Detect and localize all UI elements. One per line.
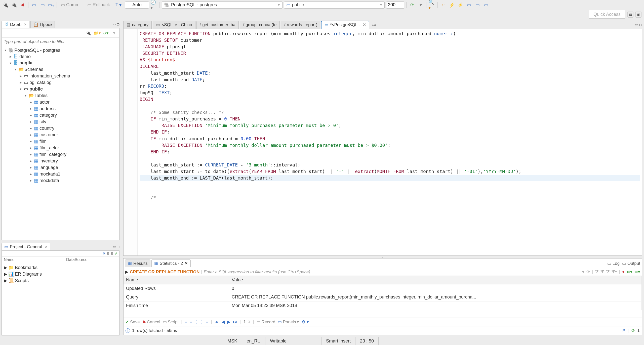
next-icon[interactable]: ▶	[227, 319, 230, 325]
tree-connection[interactable]: ▼🐘PostgreSQL - postgres	[2, 47, 119, 54]
tree-database[interactable]: ▼🗄pagila	[2, 60, 119, 66]
panel1-icon[interactable]: ▭	[465, 2, 472, 9]
expand-icon[interactable]: ⊞	[111, 252, 113, 255]
project-item[interactable]: ▶📜Scripts	[3, 277, 118, 284]
align-icon[interactable]: ≡	[190, 320, 192, 325]
result-row[interactable]: Updated Rows 0	[124, 284, 642, 293]
error-icon[interactable]: ●	[622, 269, 625, 275]
tx-mode-combo[interactable]: Auto	[125, 2, 149, 9]
tree-table[interactable]: ▶▦film	[2, 138, 119, 145]
panel2-icon[interactable]: ▭	[474, 2, 481, 9]
sql-editor-new-icon[interactable]: ▭	[39, 2, 46, 9]
refresh-icon[interactable]: ⟳	[409, 2, 416, 9]
tab-project[interactable]: 📋 Проек	[30, 21, 55, 28]
tab-postgres-sql[interactable]: ▭*<PostgreSQL - ✕	[321, 21, 369, 29]
commit-button[interactable]: ▭Commit	[59, 1, 84, 9]
tree-table[interactable]: ▶▦category	[2, 112, 119, 118]
connect-icon[interactable]: 🔌	[85, 29, 92, 36]
tree-table[interactable]: ▶▦country	[2, 125, 119, 132]
funnel-icon[interactable]: ⧩▾	[612, 269, 617, 275]
prev-icon[interactable]: ◀	[221, 319, 225, 325]
tree-table[interactable]: ▶▦city	[2, 118, 119, 125]
tab-database-navigator[interactable]: 🗄 Datab ✕	[2, 21, 29, 28]
tree-table[interactable]: ▶▦language	[2, 164, 119, 171]
bolt2-icon[interactable]: ⚡	[457, 2, 464, 9]
history-icon[interactable]: 🕘▾	[150, 2, 157, 9]
results-filter[interactable]: ▶ CREATE OR REPLACE FUNCTION | Enter a S…	[124, 268, 642, 276]
tree-table[interactable]: ▶▦mockdata	[2, 177, 119, 184]
first-icon[interactable]: ⏮	[215, 320, 219, 325]
tree-schema[interactable]: ▼▭public	[2, 86, 119, 92]
tab-group-concat[interactable]: fgroup_concat(te	[240, 21, 280, 29]
filter-expand-icon[interactable]: ▶	[125, 269, 128, 275]
project-item[interactable]: ▶📊ER Diagrams	[3, 271, 118, 277]
col-name[interactable]: Name	[124, 276, 229, 284]
chevron-down-icon[interactable]: ▾	[582, 269, 584, 275]
folder-icon[interactable]: 📁▾	[94, 29, 101, 36]
collapse-icon[interactable]: ⊟	[107, 252, 109, 255]
tree-table[interactable]: ▶▦film_category	[2, 151, 119, 158]
maximize-icon[interactable]: ▢	[117, 23, 119, 26]
tree-table[interactable]: ▶▦address	[2, 105, 119, 112]
apply-filter-icon[interactable]: ⟳	[586, 269, 590, 275]
export-icon[interactable]: ⤴	[243, 320, 246, 325]
row-limit-input[interactable]	[386, 2, 404, 9]
result-row[interactable]: Finish time Mon Mar 05 14:22:39 MSK 2018	[124, 301, 642, 310]
link-icon[interactable]: ⇄	[115, 252, 117, 255]
tabs-overflow[interactable]: »4	[372, 23, 376, 27]
align-icon[interactable]: ⋮⋮	[195, 319, 203, 325]
refresh-icon[interactable]: ⟳	[631, 328, 635, 333]
tab-project-general[interactable]: ▭ Project - General ✕	[2, 243, 50, 250]
equals-icon[interactable]: ⇄▾	[102, 29, 109, 36]
quick-access[interactable]: Quick Access	[589, 12, 625, 17]
bolt-icon[interactable]: ⚡	[448, 2, 455, 9]
find-icon[interactable]: 🔍▾	[428, 2, 435, 9]
tab-sqlite[interactable]: ▭<SQLite - Chino	[153, 21, 195, 29]
close-icon[interactable]: ✕	[45, 245, 48, 249]
project-item[interactable]: ▶📁Bookmarks	[3, 264, 118, 271]
nav-icon[interactable]: ↔	[440, 2, 447, 9]
tree-table[interactable]: ▶▦customer	[2, 132, 119, 138]
connect2-icon[interactable]: 🔌	[11, 2, 18, 9]
panel3-icon[interactable]: ▭	[482, 2, 490, 9]
last-icon[interactable]: ⏭	[233, 320, 237, 325]
connection-combo[interactable]: 🐘 PostgreSQL - postgres ▼	[162, 2, 283, 9]
log-button[interactable]: ▭ Log	[607, 261, 620, 266]
minimize-icon[interactable]: ▭	[113, 23, 116, 26]
close-icon[interactable]: ✕	[24, 23, 27, 26]
col-value[interactable]: Value	[229, 276, 642, 284]
result-row[interactable]: Query CREATE OR REPLACE FUNCTION public.…	[124, 293, 642, 301]
funnel-icon[interactable]: ⧩	[600, 269, 604, 275]
maximize-icon[interactable]: ▢	[117, 245, 119, 248]
tree-database[interactable]: ▶🗄demo	[2, 54, 119, 60]
output-button[interactable]: ▭ Output	[622, 261, 640, 266]
tab-rewards-report[interactable]: frewards_report(	[281, 21, 320, 29]
export-data-icon[interactable]: ⎘	[623, 328, 625, 333]
tab-statistics[interactable]: ▦Statistics - 2✕	[151, 260, 191, 267]
minimize-icon[interactable]: ▭	[635, 23, 638, 26]
editor-code[interactable]: CREATE OR REPLACE FUNCTION public.reward…	[138, 29, 642, 255]
connect-icon[interactable]: 🔌	[2, 2, 9, 9]
cancel-button[interactable]: ✖Cancel	[142, 319, 160, 325]
nav-back-icon[interactable]: ⇐▾	[627, 269, 632, 275]
tree-schemas[interactable]: ▼📂Schemas	[2, 66, 119, 73]
maximize-icon[interactable]: ▢	[639, 23, 642, 26]
tree-table[interactable]: ▶▦film_actor	[2, 145, 119, 151]
gear-icon[interactable]: ⚙ ▾	[302, 319, 309, 325]
import-icon[interactable]: ⤵	[248, 320, 250, 325]
tree-tables[interactable]: ▼📂Tables	[2, 92, 119, 99]
record-button[interactable]: ▭Record	[257, 319, 275, 325]
perspective2-icon[interactable]: ◧	[635, 12, 641, 18]
tab-get-customer[interactable]: fget_customer_ba	[196, 21, 239, 29]
tree-schema[interactable]: ▶▭pg_catalog	[2, 79, 119, 86]
align-icon[interactable]: ≡	[185, 320, 187, 325]
nav-fwd-icon[interactable]: ⇒▾	[634, 269, 640, 275]
view-menu-icon[interactable]: ▿	[111, 29, 118, 36]
tab-results[interactable]: ▦Results	[125, 260, 150, 267]
sql-editor-recent-icon[interactable]: ▭₊	[48, 2, 55, 9]
disconnect-icon[interactable]: ✖	[19, 2, 26, 9]
perspective-icon[interactable]: ▦	[627, 12, 633, 18]
sql-editor-icon[interactable]: ▭	[30, 2, 37, 9]
minimize-icon[interactable]: ▭	[113, 245, 116, 248]
sql-editor[interactable]: CREATE OR REPLACE FUNCTION public.reward…	[123, 29, 642, 256]
